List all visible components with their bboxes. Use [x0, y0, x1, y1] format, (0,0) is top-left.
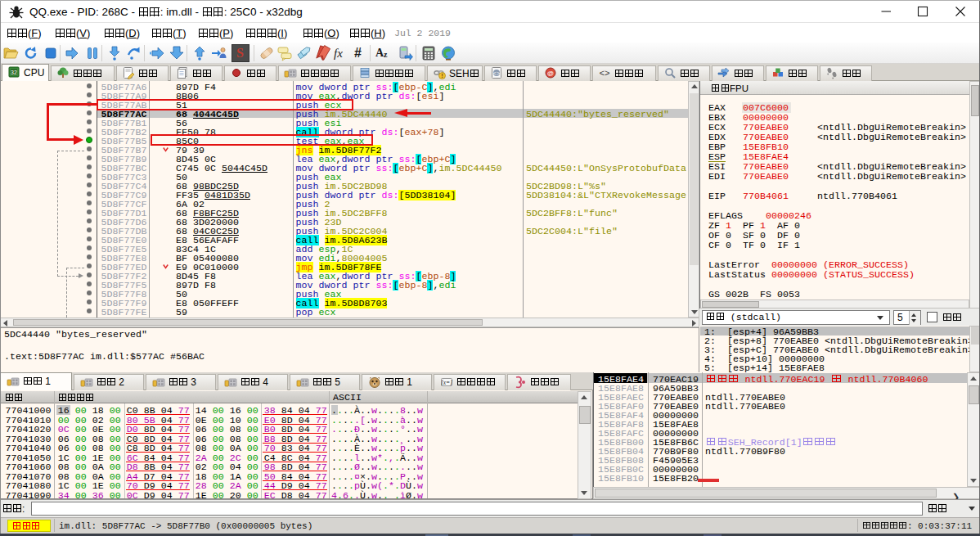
svg-text:<>: <> [599, 69, 609, 79]
svg-text:[x=]: [x=] [441, 379, 452, 386]
svg-text:32: 32 [11, 70, 17, 75]
svg-text:<>: <> [493, 70, 500, 77]
svg-text:!: ! [441, 73, 443, 79]
svg-text:@: @ [547, 70, 554, 77]
